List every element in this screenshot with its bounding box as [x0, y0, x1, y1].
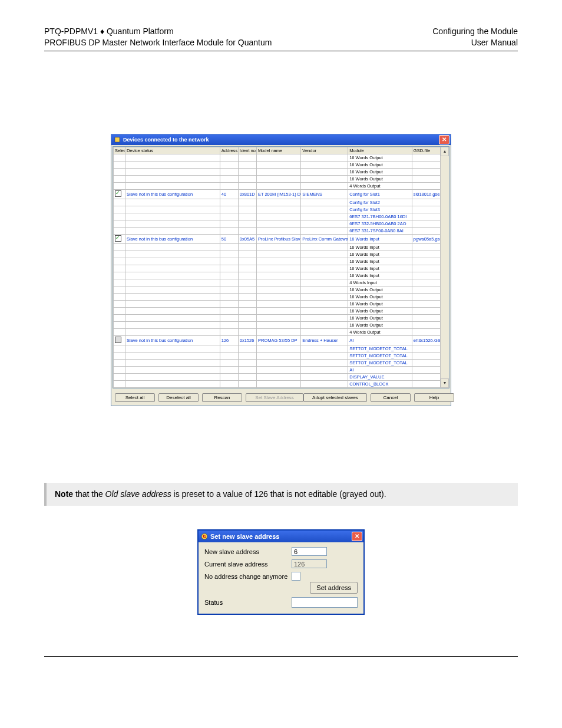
- status-field: [292, 597, 358, 608]
- table-row[interactable]: 4 Words Output: [114, 328, 449, 335]
- col-model-name[interactable]: Model name: [256, 147, 300, 154]
- set-slave-address-dialog: ↻ Set new slave address ✕ New slave addr…: [197, 529, 365, 615]
- footer-divider: [44, 656, 518, 657]
- table-row[interactable]: 16 Words Output: [114, 300, 449, 307]
- table-row[interactable]: 16 Words Output: [114, 307, 449, 314]
- devices-grid[interactable]: Select Device status Address Ident no. M…: [113, 147, 449, 388]
- table-row[interactable]: 16 Words Output: [114, 168, 449, 175]
- adopt-selected-slaves-button[interactable]: Adopt selected slaves: [303, 393, 367, 402]
- col-ident-no[interactable]: Ident no.: [238, 147, 256, 154]
- header-subtitle-left: PROFIBUS DP Master Network Interface Mod…: [44, 37, 272, 48]
- col-address[interactable]: Address: [220, 147, 238, 154]
- note-text-b: is preset to a value of 126 that is not …: [171, 489, 386, 499]
- set-address-button[interactable]: Set address: [310, 582, 358, 594]
- table-row[interactable]: 16 Words Input: [114, 265, 449, 272]
- devices-dialog-titlebar[interactable]: Devices connected to the network ✕: [111, 134, 451, 145]
- devices-dialog: Devices connected to the network ✕ Selec…: [111, 134, 451, 406]
- deselect-all-button[interactable]: Deselect all: [158, 393, 199, 402]
- note-label: Note: [55, 489, 73, 499]
- table-row[interactable]: 16 Words Output: [114, 321, 449, 328]
- note-text-a: that the: [73, 489, 105, 499]
- table-row[interactable]: 16 Words Input: [114, 258, 449, 265]
- note-box: Note that the Old slave address is prese…: [44, 483, 518, 506]
- table-row[interactable]: 6ES7 321-7BH00-0AB0 16DI: [114, 213, 449, 220]
- set-slave-titlebar[interactable]: ↻ Set new slave address ✕: [199, 531, 363, 542]
- table-row[interactable]: 16 Words Output: [114, 314, 449, 321]
- current-slave-address-input: [292, 559, 327, 568]
- scroll-down-icon[interactable]: ▾: [441, 378, 449, 388]
- col-module[interactable]: Module: [348, 147, 412, 154]
- table-row[interactable]: 16 Words Input: [114, 243, 449, 251]
- select-checkbox[interactable]: [115, 190, 121, 197]
- table-row[interactable]: Slave not in this bus configuration500x0…: [114, 234, 449, 243]
- devices-grid-wrap: Select Device status Address Ident no. M…: [113, 146, 449, 388]
- no-address-change-checkbox[interactable]: [292, 572, 300, 581]
- col-select[interactable]: Select: [114, 147, 125, 154]
- table-row[interactable]: 6ES7 331-7SF00-0AB0 8AI: [114, 227, 449, 234]
- table-row[interactable]: SETTOT_MODETOT_TOTAL: [114, 352, 449, 359]
- vertical-scrollbar[interactable]: ▴ ▾: [440, 147, 449, 388]
- status-label: Status: [204, 599, 292, 606]
- header-section: Configuring the Module: [432, 26, 518, 37]
- app-icon: [114, 136, 121, 143]
- table-row[interactable]: 16 Words Output: [114, 293, 449, 300]
- table-row[interactable]: 6ES7 332-5HB00-0AB0 2AO: [114, 220, 449, 227]
- table-row[interactable]: Config for Slot3: [114, 206, 449, 213]
- rescan-button[interactable]: Rescan: [202, 393, 242, 402]
- new-slave-address-input[interactable]: [292, 547, 327, 556]
- table-row[interactable]: 16 Words Input: [114, 272, 449, 279]
- svg-text:↻: ↻: [203, 534, 207, 539]
- table-row[interactable]: 16 Words Output: [114, 286, 449, 293]
- select-all-button[interactable]: Select all: [115, 393, 155, 402]
- svg-rect-0: [115, 137, 120, 142]
- set-slave-address-button[interactable]: Set Slave Address: [246, 393, 303, 402]
- scroll-up-icon[interactable]: ▴: [441, 147, 449, 156]
- devices-dialog-buttons: Select all Deselect all Rescan Set Slave…: [111, 388, 451, 406]
- page-header: PTQ-PDPMV1 ♦ Quantum Platform PROFIBUS D…: [44, 26, 518, 48]
- select-checkbox[interactable]: [115, 235, 121, 242]
- devices-dialog-title: Devices connected to the network: [123, 137, 209, 143]
- select-checkbox[interactable]: [115, 337, 121, 343]
- table-row[interactable]: SETTOT_MODETOT_TOTAL: [114, 359, 449, 366]
- table-row[interactable]: 16 Words Input: [114, 251, 449, 258]
- help-button[interactable]: Help: [414, 393, 454, 402]
- table-row[interactable]: SETTOT_MODETOT_TOTAL: [114, 345, 449, 352]
- new-slave-address-label: New slave address: [204, 548, 292, 555]
- table-row[interactable]: 4 Words Input: [114, 279, 449, 286]
- header-doctype: User Manual: [432, 37, 518, 48]
- note-italic: Old slave address: [105, 489, 171, 499]
- set-slave-title: Set new slave address: [210, 533, 279, 540]
- no-address-change-label: No address change anymore: [204, 573, 292, 580]
- table-row[interactable]: CONTROL_BLOCK: [114, 380, 449, 387]
- current-slave-address-label: Current slave address: [204, 561, 292, 568]
- col-device-status[interactable]: Device status: [125, 147, 220, 154]
- table-row[interactable]: DISPLAY_VALUE: [114, 373, 449, 380]
- table-row[interactable]: 16 Words Output: [114, 154, 449, 161]
- header-product: PTQ-PDPMV1: [44, 27, 98, 36]
- table-row[interactable]: 16 Words Output: [114, 175, 449, 182]
- table-row[interactable]: Config for Slot2: [114, 199, 449, 206]
- app-icon: ↻: [201, 533, 208, 540]
- table-row[interactable]: Slave not in this bus configuration1260x…: [114, 335, 449, 345]
- table-row[interactable]: Slave not in this bus configuration400x8…: [114, 189, 449, 199]
- table-row[interactable]: 16 Words Output: [114, 161, 449, 168]
- close-icon[interactable]: ✕: [439, 135, 449, 144]
- cancel-button[interactable]: Cancel: [371, 393, 411, 402]
- col-vendor[interactable]: Vendor: [301, 147, 348, 154]
- table-row[interactable]: 4 Words Output: [114, 182, 449, 189]
- header-platform: ♦ Quantum Platform: [98, 27, 174, 36]
- table-row[interactable]: AI: [114, 366, 449, 373]
- close-icon[interactable]: ✕: [352, 532, 362, 541]
